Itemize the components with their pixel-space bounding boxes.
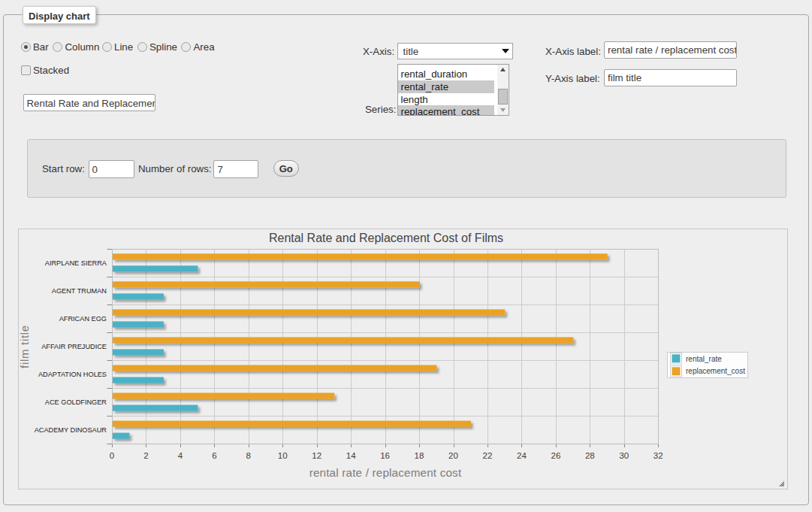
svg-text:28: 28 <box>585 451 595 460</box>
svg-text:14: 14 <box>346 451 356 460</box>
svg-text:AGENT TRUMAN: AGENT TRUMAN <box>52 287 107 295</box>
svg-text:26: 26 <box>551 451 561 460</box>
svg-text:replacement_cost: replacement_cost <box>686 367 745 375</box>
svg-text:16: 16 <box>380 451 390 460</box>
svg-text:20: 20 <box>448 451 458 460</box>
svg-text:24: 24 <box>517 451 527 460</box>
svg-text:rental_rate: rental_rate <box>686 355 722 363</box>
svg-text:AFRICAN EGG: AFRICAN EGG <box>59 315 107 323</box>
svg-text:10: 10 <box>278 451 288 460</box>
svg-text:2: 2 <box>143 451 148 460</box>
svg-text:8: 8 <box>246 451 251 460</box>
svg-text:ADAPTATION HOLES: ADAPTATION HOLES <box>38 371 107 378</box>
svg-text:30: 30 <box>619 451 629 460</box>
svg-text:12: 12 <box>312 451 321 460</box>
svg-text:6: 6 <box>212 451 216 460</box>
svg-text:ACE GOLDFINGER: ACE GOLDFINGER <box>45 398 107 406</box>
svg-text:22: 22 <box>483 451 493 460</box>
svg-text:4: 4 <box>178 451 183 460</box>
svg-text:AFFAIR PREJUDICE: AFFAIR PREJUDICE <box>41 343 107 350</box>
svg-text:18: 18 <box>415 451 424 460</box>
svg-text:ACADEMY DINOSAUR: ACADEMY DINOSAUR <box>35 426 107 434</box>
svg-text:32: 32 <box>654 451 663 460</box>
svg-text:rental rate / replacement cost: rental rate / replacement cost <box>309 466 462 479</box>
svg-text:0: 0 <box>110 451 114 460</box>
svg-text:Rental Rate and Replacement Co: Rental Rate and Replacement Cost of Film… <box>269 232 503 244</box>
svg-text:AIRPLANE SIERRA: AIRPLANE SIERRA <box>45 259 107 267</box>
svg-text:film title: film title <box>18 325 31 368</box>
